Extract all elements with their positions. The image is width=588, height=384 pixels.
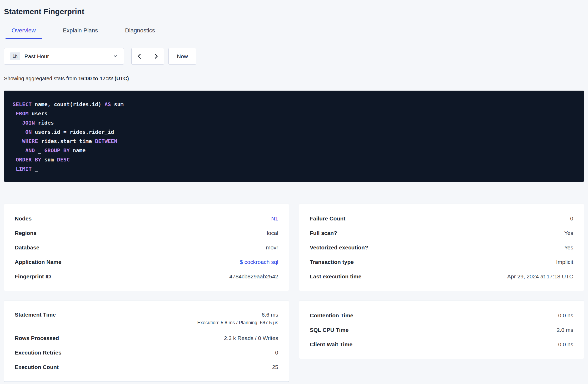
page-title: Statement Fingerprint <box>4 7 584 16</box>
chevron-down-icon <box>113 54 118 59</box>
stat-value: 0 <box>570 215 573 222</box>
sql-statement-box: SELECT name, count(rides.id) AS sum FROM… <box>4 91 584 182</box>
stat-label: Application Name <box>15 259 61 265</box>
details-card-rows: NodesN1RegionslocalDatabasemovrApplicati… <box>15 211 278 284</box>
tab-explain-plans[interactable]: Explain Plans <box>57 27 104 39</box>
stat-value: local <box>267 230 278 236</box>
stat-label: Nodes <box>15 215 32 222</box>
stat-value: 6.6 ms <box>262 312 278 318</box>
sql-line: AND _ GROUP BY name <box>13 146 575 155</box>
stat-value: 0.0 ns <box>558 312 573 319</box>
stat-row: NodesN1 <box>15 211 278 226</box>
stat-row: Transaction typeImplicit <box>310 255 573 269</box>
stat-label: Transaction type <box>310 259 354 265</box>
stat-value: movr <box>266 244 278 251</box>
now-button[interactable]: Now <box>168 48 196 65</box>
stat-value: 2.0 ms <box>557 327 573 333</box>
waits-card-rows: Contention Time0.0 nsSQL CPU Time2.0 msC… <box>310 308 573 352</box>
stat-label: Contention Time <box>310 312 353 319</box>
stat-label: Failure Count <box>310 215 345 222</box>
stat-value: 0 <box>275 349 278 356</box>
aggregated-stats-line: Showing aggregated stats from 16:00 to 1… <box>4 76 584 82</box>
stat-label: SQL CPU Time <box>310 327 348 333</box>
time-step-buttons <box>131 48 164 65</box>
stat-row: Vectorized execution?Yes <box>310 240 573 255</box>
stat-subvalue: Execution: 5.8 ms / Planning: 687.5 µs <box>197 320 278 326</box>
stat-value: Apr 29, 2024 at 17:18 UTC <box>507 273 573 280</box>
execution-attributes-card: Failure Count0Full scan?YesVectorized ex… <box>299 204 584 291</box>
stat-label: Statement Time <box>15 312 56 318</box>
chevron-left-icon <box>137 53 143 59</box>
tabs-bar: Overview Explain Plans Diagnostics <box>4 27 584 39</box>
tab-overview[interactable]: Overview <box>6 27 42 39</box>
stat-label: Execution Count <box>15 364 59 370</box>
statement-timing-card: Statement Time6.6 msExecution: 5.8 ms / … <box>4 301 289 382</box>
stat-row: Execution Retries0 <box>15 345 278 360</box>
stat-value-link[interactable]: $ cockroach sql <box>240 259 278 265</box>
stat-row: Full scan?Yes <box>310 226 573 240</box>
stat-value: 2.3 k Reads / 0 Writes <box>224 335 278 341</box>
aggregated-stats-range: 16:00 to 17:22 (UTC) <box>78 76 129 81</box>
stat-row: Last execution timeApr 29, 2024 at 17:18… <box>310 269 573 284</box>
stat-value-link[interactable]: N1 <box>271 215 278 222</box>
stat-row: Failure Count0 <box>310 211 573 226</box>
stat-label: Rows Processed <box>15 335 59 341</box>
stat-value: 4784cb829aab2542 <box>229 273 278 280</box>
stat-row: Execution Count25 <box>15 360 278 374</box>
stat-value: Yes <box>564 230 573 236</box>
stat-row: Statement Time6.6 msExecution: 5.8 ms / … <box>15 308 278 331</box>
stat-label: Execution Retries <box>15 349 61 356</box>
stat-row: Rows Processed2.3 k Reads / 0 Writes <box>15 331 278 345</box>
stat-value: 0.0 ns <box>558 341 573 348</box>
sql-line: SELECT name, count(rides.id) AS sum <box>13 100 575 109</box>
stat-value: 25 <box>272 364 278 370</box>
stat-row: Application Name$ cockroach sql <box>15 255 278 269</box>
time-range-selector[interactable]: 1h Past Hour <box>4 48 124 65</box>
stat-row: Contention Time0.0 ns <box>310 308 573 323</box>
stat-value: Yes <box>564 244 573 251</box>
sql-line: FROM users <box>13 109 575 118</box>
page-container: Statement Fingerprint Overview Explain P… <box>0 0 588 384</box>
time-controls: 1h Past Hour Now <box>4 48 584 65</box>
stat-label: Full scan? <box>310 230 337 236</box>
sql-line: JOIN rides <box>13 118 575 127</box>
stat-row: Client Wait Time0.0 ns <box>310 337 573 352</box>
sql-code: SELECT name, count(rides.id) AS sum FROM… <box>13 100 575 174</box>
time-range-label: Past Hour <box>24 53 49 60</box>
stat-row: Regionslocal <box>15 226 278 240</box>
stat-row: SQL CPU Time2.0 ms <box>310 323 573 337</box>
stat-value: Implicit <box>556 259 573 265</box>
stat-label: Regions <box>15 230 37 236</box>
stat-row: Databasemovr <box>15 240 278 255</box>
timing-card-rows: Statement Time6.6 msExecution: 5.8 ms / … <box>15 308 278 374</box>
chevron-right-icon <box>153 53 159 59</box>
statement-details-card: NodesN1RegionslocalDatabasemovrApplicati… <box>4 204 289 291</box>
stat-row: Fingerprint ID4784cb829aab2542 <box>15 269 278 284</box>
sql-line: ORDER BY sum DESC <box>13 155 575 164</box>
sql-line: WHERE rides.start_time BETWEEN _ <box>13 137 575 146</box>
time-interval-badge: 1h <box>10 52 20 60</box>
aggregated-stats-prefix: Showing aggregated stats from <box>4 76 77 81</box>
sql-line: ON users.id = rides.rider_id <box>13 127 575 137</box>
previous-time-button[interactable] <box>131 48 148 65</box>
execution-card-rows: Failure Count0Full scan?YesVectorized ex… <box>310 211 573 284</box>
stat-label: Client Wait Time <box>310 341 352 348</box>
stat-label: Fingerprint ID <box>15 273 51 280</box>
sql-line: LIMIT _ <box>13 164 575 174</box>
tab-diagnostics[interactable]: Diagnostics <box>119 27 161 39</box>
stat-label: Last execution time <box>310 273 361 280</box>
stat-label: Vectorized execution? <box>310 244 368 251</box>
next-time-button[interactable] <box>148 48 164 65</box>
cards-grid: NodesN1RegionslocalDatabasemovrApplicati… <box>4 204 584 382</box>
wait-times-card: Contention Time0.0 nsSQL CPU Time2.0 msC… <box>299 301 584 359</box>
stat-label: Database <box>15 244 39 251</box>
